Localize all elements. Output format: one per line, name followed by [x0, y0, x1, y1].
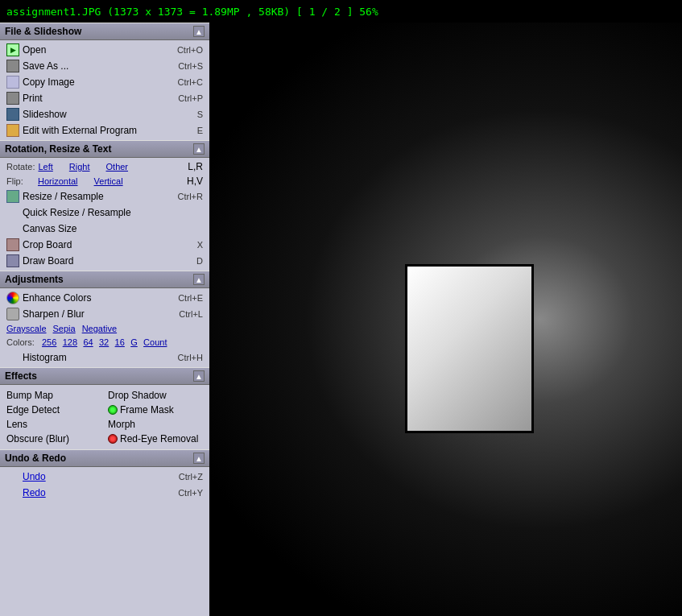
frame-mask-label: Frame Mask	[120, 404, 174, 415]
color-32[interactable]: 32	[99, 337, 109, 347]
red-eye-removal-item[interactable]: Red-Eye Removal	[105, 432, 206, 446]
section-file-slideshow[interactable]: File & Slideshow ▲	[0, 23, 209, 40]
color-16[interactable]: 16	[115, 337, 125, 347]
section-undo-redo[interactable]: Undo & Redo ▲	[0, 449, 209, 467]
open-label: Open	[23, 44, 46, 56]
edge-detect-label: Edge Detect	[6, 404, 60, 415]
flip-vertical[interactable]: Vertical	[94, 176, 123, 186]
crop-board-menu-item[interactable]: Crop Board X	[0, 237, 209, 253]
edge-detect-item[interactable]: Edge Detect	[3, 403, 105, 417]
slideshow-menu-item[interactable]: Slideshow S	[0, 106, 209, 122]
flip-row: Flip: Horizontal Vertical H,V	[0, 174, 209, 188]
morph-label: Morph	[108, 419, 135, 430]
colors-label: Colors:	[6, 337, 40, 347]
section-adjustments-content: Enhance Colors Ctrl+E Sharpen / Blur Ctr…	[0, 288, 209, 367]
red-eye-removal-label: Red-Eye Removal	[120, 433, 198, 444]
draw-board-menu-item[interactable]: Draw Board D	[0, 253, 209, 269]
section-file-content: ▶ Open Ctrl+O Save As ... Ctrl+S Copy Im…	[0, 40, 209, 140]
bump-map-item[interactable]: Bump Map	[3, 388, 105, 403]
lens-item[interactable]: Lens	[3, 417, 105, 432]
resize-menu-item[interactable]: Resize / Resample Ctrl+R	[0, 188, 209, 205]
section-effects-label: Effects	[5, 370, 37, 382]
sharpen-blur-menu-item[interactable]: Sharpen / Blur Ctrl+L	[0, 306, 209, 322]
rotate-left[interactable]: Left	[38, 162, 52, 172]
edit-external-label: Edit with External Program	[23, 125, 137, 136]
sepia-item[interactable]: Sepia	[53, 324, 76, 333]
section-effects[interactable]: Effects ▲	[0, 367, 209, 385]
histogram-label: Histogram	[23, 352, 67, 363]
title-text: assignment1.JPG (1373 x 1373 = 1.89MP , …	[6, 6, 378, 18]
section-adjustments[interactable]: Adjustments ▲	[0, 271, 209, 288]
frame-mask-item[interactable]: Frame Mask	[105, 403, 206, 417]
edit-external-shortcut: E	[197, 126, 203, 135]
section-rotation[interactable]: Rotation, Resize & Text ▲	[0, 140, 209, 158]
quick-resize-menu-item[interactable]: Quick Resize / Resample	[0, 205, 209, 221]
resize-label: Resize / Resample	[23, 191, 104, 202]
effects-grid: Bump Map Drop Shadow Edge Detect Frame M…	[0, 387, 209, 448]
print-shortcut: Ctrl+P	[178, 93, 203, 103]
histogram-shortcut: Ctrl+H	[178, 353, 203, 362]
collapse-rotation-btn[interactable]: ▲	[193, 143, 205, 155]
enhance-colors-shortcut: Ctrl+E	[178, 293, 203, 303]
morph-item[interactable]: Morph	[105, 417, 206, 432]
drop-shadow-label: Drop Shadow	[108, 390, 167, 401]
canvas-size-label: Canvas Size	[23, 223, 76, 234]
flip-horizontal[interactable]: Horizontal	[38, 176, 78, 186]
redo-menu-item[interactable]: Redo Ctrl+Y	[0, 485, 209, 501]
section-effects-content: Bump Map Drop Shadow Edge Detect Frame M…	[0, 385, 209, 449]
section-adjustments-label: Adjustments	[5, 274, 64, 285]
edit-external-menu-item[interactable]: Edit with External Program E	[0, 122, 209, 138]
rotate-right[interactable]: Right	[69, 162, 90, 172]
copy-image-icon	[6, 76, 19, 89]
quick-resize-label: Quick Resize / Resample	[23, 207, 131, 218]
undo-shortcut: Ctrl+Z	[179, 472, 203, 482]
rotate-label: Rotate:	[6, 162, 35, 172]
enhance-colors-icon	[6, 291, 19, 304]
rotate-other[interactable]: Other	[106, 162, 129, 172]
obscure-blur-label: Obscure (Blur)	[6, 433, 69, 444]
canvas-size-menu-item[interactable]: Canvas Size	[0, 221, 209, 237]
colors-row: Colors: 256 128 64 32 16 G Count	[0, 335, 209, 349]
color-count[interactable]: Count	[143, 337, 167, 347]
obscure-blur-item[interactable]: Obscure (Blur)	[3, 432, 105, 446]
negative-item[interactable]: Negative	[82, 324, 117, 333]
edit-external-icon	[6, 124, 19, 137]
undo-label: Undo	[23, 471, 46, 482]
sharpen-blur-label: Sharpen / Blur	[23, 308, 85, 320]
save-as-menu-item[interactable]: Save As ... Ctrl+S	[0, 58, 209, 74]
drop-shadow-item[interactable]: Drop Shadow	[105, 388, 206, 403]
image-area	[209, 23, 682, 616]
open-menu-item[interactable]: ▶ Open Ctrl+O	[0, 42, 209, 58]
enhance-colors-menu-item[interactable]: Enhance Colors Ctrl+E	[0, 290, 209, 306]
slideshow-label: Slideshow	[23, 109, 67, 120]
open-shortcut: Ctrl+O	[177, 45, 203, 55]
lens-label: Lens	[6, 419, 27, 430]
collapse-file-btn[interactable]: ▲	[193, 26, 205, 37]
resize-icon	[6, 190, 19, 203]
panel: File & Slideshow ▲ ▶ Open Ctrl+O Save As…	[0, 23, 209, 616]
section-rotation-label: Rotation, Resize & Text	[5, 143, 111, 155]
collapse-adjustments-btn[interactable]: ▲	[193, 274, 205, 285]
collapse-effects-btn[interactable]: ▲	[193, 370, 205, 382]
flip-shortcut: H,V	[187, 176, 203, 187]
color-64[interactable]: 64	[83, 337, 93, 347]
title-bar: assignment1.JPG (1373 x 1373 = 1.89MP , …	[0, 0, 682, 23]
section-undo-redo-label: Undo & Redo	[5, 453, 66, 464]
copy-image-menu-item[interactable]: Copy Image Ctrl+C	[0, 74, 209, 90]
crop-board-label: Crop Board	[23, 239, 72, 250]
white-box	[405, 264, 534, 433]
color-g[interactable]: G	[130, 337, 138, 347]
grayscale-item[interactable]: Grayscale	[6, 324, 47, 333]
print-menu-item[interactable]: Print Ctrl+P	[0, 90, 209, 106]
bump-map-label: Bump Map	[6, 390, 53, 401]
histogram-menu-item[interactable]: Histogram Ctrl+H	[0, 349, 209, 366]
undo-menu-item[interactable]: Undo Ctrl+Z	[0, 469, 209, 485]
print-label: Print	[23, 93, 43, 104]
color-256[interactable]: 256	[42, 337, 56, 347]
save-as-icon	[6, 60, 19, 72]
color-128[interactable]: 128	[63, 337, 77, 347]
open-icon: ▶	[6, 43, 19, 56]
redo-label: Redo	[23, 487, 46, 498]
redo-shortcut: Ctrl+Y	[178, 488, 203, 498]
collapse-undo-redo-btn[interactable]: ▲	[193, 453, 205, 464]
